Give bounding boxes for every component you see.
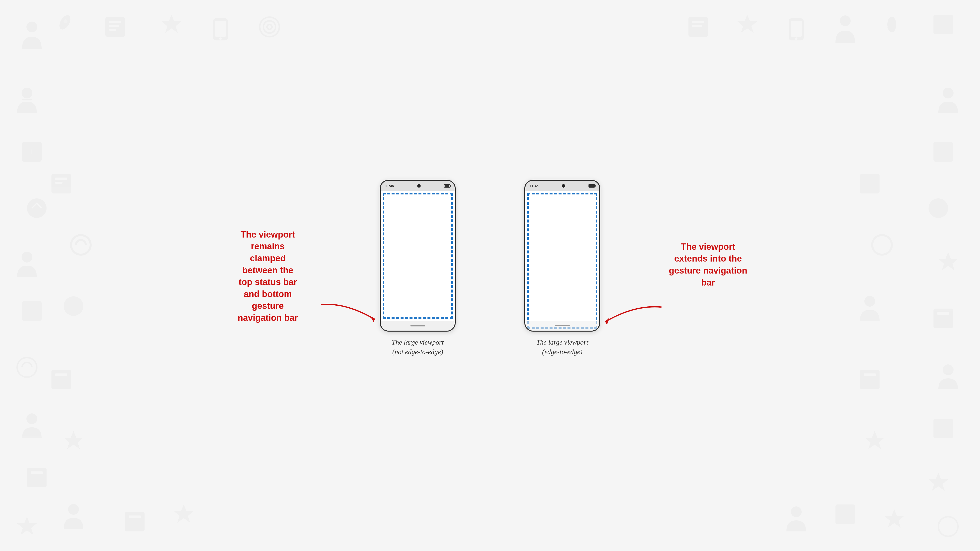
battery-left [444, 184, 450, 187]
caption-not-e2e: The large viewport (not edge-to-edge) [392, 337, 444, 357]
annotation-right: The viewport extends into the gesture na… [669, 241, 747, 289]
svg-marker-70 [605, 318, 609, 325]
nav-bar-right-overlay [525, 321, 599, 330]
battery-right [589, 184, 595, 187]
nav-handle-left [410, 325, 425, 326]
status-time-right: 11:45 [530, 184, 539, 188]
main-content: The viewport remains clamped between the… [0, 0, 980, 551]
svg-marker-69 [370, 316, 375, 322]
phone-edge-to-edge: 11:45 [524, 180, 600, 332]
status-time-left: 11:45 [385, 184, 394, 188]
phone-body-left [381, 191, 455, 330]
viewport-border-left [383, 193, 453, 319]
caption-line1-right: The large viewport [536, 338, 588, 346]
caption-line2-left: (not edge-to-edge) [392, 348, 443, 356]
viewport-border-right [527, 193, 597, 329]
annotation-left: The viewport remains clamped between the… [238, 229, 298, 324]
status-bar-right: 11:45 [525, 181, 599, 191]
battery-fill-left [445, 185, 449, 187]
camera-dot-left [417, 184, 421, 187]
arrow-right [595, 302, 662, 334]
caption-line1-left: The large viewport [392, 338, 444, 346]
phone-body-right [525, 191, 599, 330]
battery-fill-right [589, 185, 593, 187]
phone-not-edge-to-edge: 11:45 [380, 180, 456, 332]
diagram-edge-to-edge: The viewport extends into the gesture na… [524, 180, 600, 357]
nav-bar-left [381, 321, 455, 330]
diagram-not-edge-to-edge: The viewport remains clamped between the… [380, 180, 456, 357]
arrow-left [321, 300, 385, 332]
caption-e2e: The large viewport (edge-to-edge) [536, 337, 588, 357]
status-bar-left: 11:45 [381, 181, 455, 191]
diagrams-container: The viewport remains clamped between the… [380, 180, 600, 357]
nav-handle-right [555, 325, 570, 326]
camera-dot-right [562, 184, 565, 187]
caption-line2-right: (edge-to-edge) [542, 348, 582, 356]
